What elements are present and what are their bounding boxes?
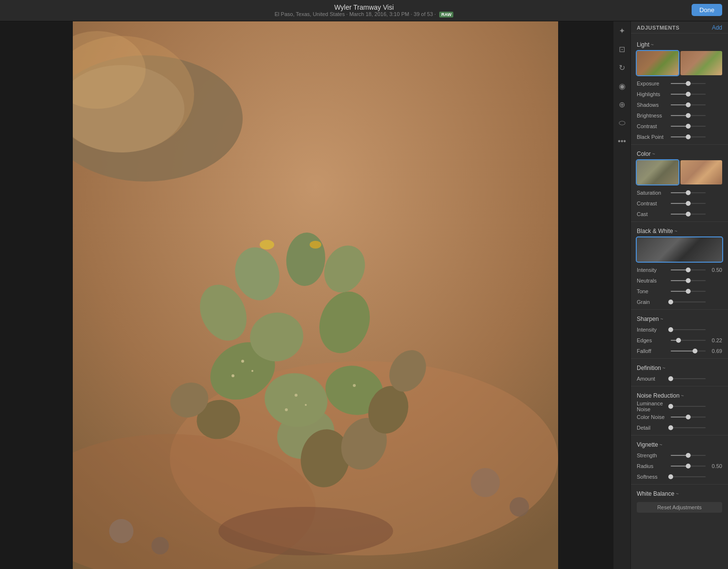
sharpen-section-header[interactable]: Sharpen ~ (631, 312, 728, 324)
main-area: ✦ ⊡ ↻ ◉ ⊕ ⬭ ••• ADJUSTMENTS Add Light ~ … (0, 21, 728, 569)
highlights-slider-row: Highlights (631, 89, 728, 100)
light-section-header[interactable]: Light ~ (631, 37, 728, 50)
noise-arrow: ~ (681, 393, 684, 399)
photo-location-date: El Paso, Texas, United States · March 18… (275, 11, 436, 17)
light-thumb-after[interactable] (680, 51, 722, 75)
cast-slider-row: Cast (631, 209, 728, 219)
grain-slider-row: Grain (631, 297, 728, 307)
radius-slider-row: Radius 0.50 (631, 461, 728, 471)
saturation-track[interactable] (671, 192, 706, 193)
bw-intensity-track[interactable] (671, 269, 706, 270)
color-arrow: ~ (652, 151, 655, 157)
shadows-label: Shadows (637, 102, 671, 108)
blackpoint-slider-row: Black Point (631, 132, 728, 142)
falloff-value: 0.69 (708, 348, 722, 354)
highlights-track[interactable] (671, 94, 706, 95)
bw-arrow: ~ (675, 229, 678, 234)
rotate-icon[interactable]: ↻ (617, 62, 628, 73)
divider-2 (631, 221, 728, 222)
crop-icon[interactable]: ⊡ (617, 44, 628, 54)
bw-thumbnails (631, 236, 728, 265)
vignette-arrow: ~ (660, 442, 662, 448)
falloff-label: Falloff (637, 348, 671, 354)
edges-label: Edges (637, 337, 671, 343)
photo-title: Wyler Tramway Visi (275, 3, 454, 11)
edges-track[interactable] (671, 340, 706, 341)
more-icon[interactable]: ••• (617, 136, 628, 147)
strength-track[interactable] (671, 455, 706, 456)
shadows-slider-row: Shadows (631, 100, 728, 110)
wand-icon[interactable]: ✦ (617, 25, 628, 36)
amount-track[interactable] (671, 378, 706, 379)
vignette-title: Vignette (637, 441, 658, 448)
contrast-color-track[interactable] (671, 203, 706, 204)
brightness-label: Brightness (637, 113, 671, 118)
radius-track[interactable] (671, 466, 706, 467)
amount-slider-row: Amount (631, 373, 728, 384)
circle-adjust-icon[interactable]: ◉ (617, 81, 628, 91)
edges-value: 0.22 (708, 337, 722, 343)
shadows-track[interactable] (671, 104, 706, 105)
brightness-track[interactable] (671, 115, 706, 116)
contrast-color-slider-row: Contrast (631, 198, 728, 209)
tone-slider-row: Tone (631, 286, 728, 297)
luminance-noise-track[interactable] (671, 406, 706, 407)
cast-track[interactable] (671, 214, 706, 215)
svg-point-33 (471, 468, 500, 497)
neutrals-track[interactable] (671, 280, 706, 281)
light-thumb-before[interactable] (637, 51, 678, 75)
bw-thumb-only[interactable] (637, 237, 722, 262)
grain-track[interactable] (671, 301, 706, 302)
color-noise-label: Color Noise (637, 414, 671, 420)
color-noise-track[interactable] (671, 417, 706, 418)
color-section-header[interactable]: Color ~ (631, 147, 728, 159)
svg-point-5 (218, 507, 393, 555)
brightness-slider-row: Brightness (631, 110, 728, 121)
panel-header: ADJUSTMENTS Add (631, 21, 728, 33)
definition-title: Definition (637, 365, 661, 371)
saturation-label: Saturation (637, 190, 671, 196)
tone-track[interactable] (671, 291, 706, 292)
done-button[interactable]: Done (692, 4, 722, 16)
contrast-light-track[interactable] (671, 126, 706, 127)
noise-section-header[interactable]: Noise Reduction ~ (631, 388, 728, 401)
light-thumbnails (631, 50, 728, 78)
detail-slider-row: Detail (631, 422, 728, 433)
camera-icon[interactable]: ⊕ (617, 99, 628, 110)
blackpoint-track[interactable] (671, 136, 706, 137)
cactus-svg (73, 21, 558, 569)
wb-section-header[interactable]: White Balance ~ (631, 486, 728, 499)
strength-slider-row: Strength (631, 450, 728, 461)
svg-point-20 (232, 374, 234, 377)
detail-track[interactable] (671, 427, 706, 428)
vignette-section-header[interactable]: Vignette ~ (631, 437, 728, 450)
color-noise-slider-row: Color Noise (631, 412, 728, 422)
saturation-slider-row: Saturation (631, 187, 728, 198)
softness-track[interactable] (671, 476, 706, 477)
bw-intensity-slider-row: Intensity 0.50 (631, 265, 728, 275)
pill-icon[interactable]: ⬭ (617, 117, 628, 128)
luminance-noise-label: Luminance Noise (637, 401, 671, 412)
color-thumb-before[interactable] (637, 160, 678, 184)
definition-section-header[interactable]: Definition ~ (631, 361, 728, 373)
adjustments-panel[interactable]: Light ~ Exposure Highlights (631, 33, 728, 569)
highlights-label: Highlights (637, 91, 671, 97)
softness-label: Softness (637, 474, 671, 480)
svg-point-23 (285, 408, 288, 411)
color-thumb-after[interactable] (680, 160, 722, 184)
bw-section-header[interactable]: Black & White ~ (631, 224, 728, 236)
exposure-track[interactable] (671, 83, 706, 84)
falloff-track[interactable] (671, 351, 706, 351)
right-panel: ADJUSTMENTS Add Light ~ Exposure (631, 21, 728, 569)
divider-7 (631, 484, 728, 485)
cast-label: Cast (637, 211, 671, 217)
add-button[interactable]: Add (712, 24, 722, 31)
wb-title: White Balance (637, 490, 674, 497)
photo-canvas (73, 21, 558, 569)
wb-arrow: ~ (676, 491, 678, 497)
reset-adjustments-button[interactable]: Reset Adjustments (637, 502, 722, 513)
svg-point-17 (310, 241, 321, 249)
neutrals-slider-row: Neutrals (631, 275, 728, 286)
bw-title: Black & White (637, 228, 673, 234)
sharpen-intensity-track[interactable] (671, 329, 706, 330)
